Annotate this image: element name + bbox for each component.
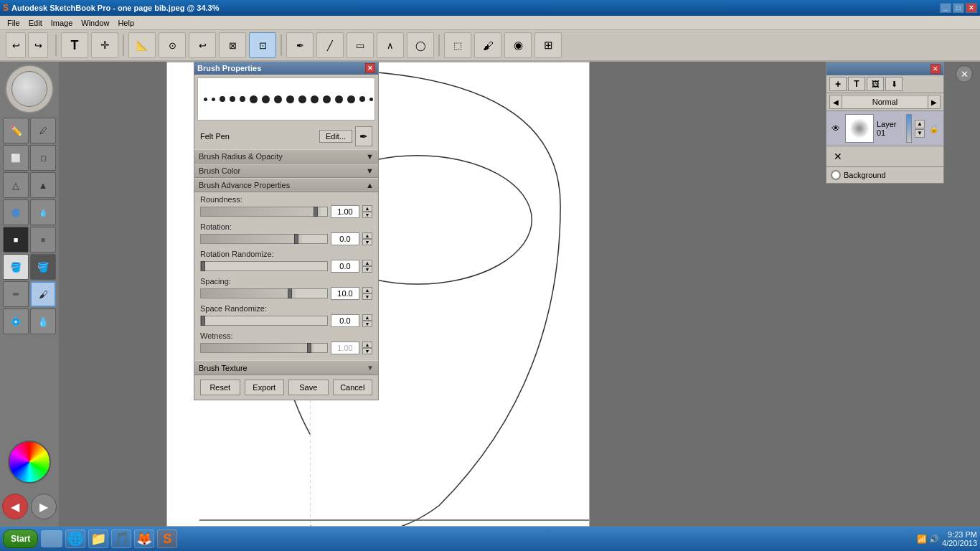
taskbar-explorer-icon[interactable]: 📁 [88, 529, 108, 548]
opacity-down-arrow[interactable]: ▼ [915, 129, 925, 138]
brush-radius-section-header[interactable]: Brush Radius & Opacity ▼ [194, 149, 378, 164]
sidebar-brush-soft-tool[interactable]: △ [3, 172, 29, 198]
circle-select-btn[interactable]: ⊙ [159, 32, 186, 58]
sidebar-pencil-tool[interactable]: ✏️ [3, 118, 29, 143]
brush-advance-section-header[interactable]: Brush Advance Properties ▲ [194, 178, 378, 192]
brush-color-section-header[interactable]: Brush Color ▼ [194, 164, 378, 178]
brush-icon-button[interactable]: ✒ [355, 126, 372, 146]
pen-btn[interactable]: ✒ [286, 32, 314, 58]
spacing-track[interactable] [200, 288, 328, 298]
cancel-button[interactable]: Cancel [333, 380, 373, 395]
edit-brush-button[interactable]: Edit... [319, 130, 352, 143]
undo-nav-btn[interactable]: ◀ [2, 494, 28, 519]
roundness-slider-track[interactable] [200, 207, 328, 217]
save-button[interactable]: Save [288, 380, 329, 395]
taskbar-firefox-icon[interactable]: 🦊 [134, 529, 154, 548]
space-randomize-thumb[interactable] [201, 316, 205, 326]
space-rand-down-arrow[interactable]: ▼ [362, 321, 372, 327]
layer-01-visibility-toggle[interactable]: 👁 [829, 122, 842, 135]
roundness-thumb[interactable] [314, 207, 318, 217]
redo-button[interactable]: ↪ [28, 32, 48, 58]
rotation-slider-track[interactable] [200, 234, 328, 244]
start-button[interactable]: Start [3, 529, 38, 548]
opacity-up-arrow[interactable]: ▲ [915, 120, 925, 128]
sidebar-active-tool[interactable]: 🖌 [30, 281, 56, 307]
layer-01-lock-button[interactable]: 🔒 [928, 122, 941, 135]
background-radio-button[interactable] [831, 170, 841, 180]
roundness-down-arrow[interactable]: ▼ [362, 212, 372, 218]
rotation-randomize-thumb[interactable] [201, 261, 205, 271]
undo-button[interactable]: ↩ [6, 32, 26, 58]
sidebar-brush-hard-tool[interactable]: ▲ [30, 172, 56, 198]
rotation-up-arrow[interactable]: ▲ [362, 232, 372, 239]
sidebar-fill-gray-tool[interactable]: ■ [30, 227, 56, 253]
spacing-up-arrow[interactable]: ▲ [362, 287, 372, 293]
titlebar-controls[interactable]: _ □ ✕ [940, 3, 977, 13]
brush-select-btn[interactable]: 🖌 [474, 32, 501, 58]
image-layer-button[interactable]: 🖼 [867, 77, 884, 91]
taskbar-media-icon[interactable]: 🎵 [111, 529, 131, 548]
transform-btn[interactable]: ⊡ [249, 32, 276, 58]
rotation-thumb[interactable] [294, 234, 298, 244]
spacing-value[interactable]: 10.0 [331, 287, 359, 300]
menu-window[interactable]: Window [77, 18, 113, 28]
spacing-thumb[interactable] [288, 288, 292, 298]
minimize-button[interactable]: _ [940, 3, 951, 13]
taskbar-sketchbook-icon[interactable]: S [157, 529, 177, 548]
rotation-randomize-value[interactable]: 0.0 [331, 260, 359, 273]
sidebar-tool-8b[interactable]: 💧 [30, 309, 56, 334]
close-button[interactable]: ✕ [966, 3, 977, 13]
text-layer-button[interactable]: T [848, 77, 865, 91]
move-tool-btn[interactable]: ✛ [91, 32, 118, 58]
rect-btn[interactable]: ▭ [347, 32, 374, 58]
reset-button[interactable]: Reset [200, 380, 240, 395]
roundness-up-arrow[interactable]: ▲ [362, 205, 372, 212]
export-button[interactable]: Export [245, 380, 285, 395]
wetness-value[interactable]: 1.00 [331, 342, 359, 354]
space-rand-up-arrow[interactable]: ▲ [362, 314, 372, 321]
spacing-down-arrow[interactable]: ▼ [362, 293, 372, 300]
curve-btn[interactable]: ↩ [189, 32, 216, 58]
color-wheel-btn[interactable]: ◉ [504, 32, 532, 58]
rot-rand-up-arrow[interactable]: ▲ [362, 260, 372, 266]
space-randomize-value[interactable]: 0.0 [331, 314, 359, 327]
measure-tool-btn[interactable]: 📐 [128, 32, 156, 58]
blend-mode-next-button[interactable]: ▶ [928, 95, 941, 109]
rotation-value[interactable]: 0.0 [331, 232, 359, 245]
taskbar-ie-icon[interactable]: 🌐 [65, 529, 85, 548]
wetness-up-arrow[interactable]: ▲ [362, 342, 372, 348]
sidebar-ink-pen-tool[interactable]: 🖊 [30, 118, 56, 143]
maximize-button[interactable]: □ [953, 3, 964, 13]
space-randomize-track[interactable] [200, 316, 328, 326]
brush-texture-section-header[interactable]: Brush Texture ▼ [194, 360, 378, 375]
wetness-track[interactable] [200, 343, 328, 353]
roundness-value[interactable]: 1.00 [331, 205, 359, 218]
brush-panel-close-button[interactable]: ✕ [365, 63, 375, 73]
rot-rand-down-arrow[interactable]: ▼ [362, 266, 372, 273]
rotation-down-arrow[interactable]: ▼ [362, 239, 372, 245]
text-tool-btn[interactable]: T [61, 32, 88, 58]
wetness-thumb[interactable] [307, 343, 311, 353]
sidebar-eraser-hard-tool[interactable]: ◻ [30, 145, 56, 171]
layer-opacity-bar[interactable] [906, 114, 912, 143]
layer-01-row[interactable]: 👁 Layer 01 ▲ ▼ 🔒 [826, 111, 943, 146]
redo-nav-btn[interactable]: ▶ [31, 494, 57, 519]
wave-btn[interactable]: ∧ [377, 32, 404, 58]
blend-mode-prev-button[interactable]: ◀ [829, 95, 842, 109]
sidebar-tool-8a[interactable]: 💠 [3, 309, 29, 334]
stamp-btn[interactable]: ⬚ [444, 32, 471, 58]
merge-layer-button[interactable]: ⬇ [885, 77, 903, 91]
sidebar-smudge-tool[interactable]: 🌀 [3, 199, 29, 225]
menu-edit[interactable]: Edit [24, 18, 47, 28]
menu-file[interactable]: File [3, 18, 24, 28]
canvas-area[interactable]: Brush Properties ✕ [59, 62, 980, 527]
sidebar-tool-7a[interactable]: ✏ [3, 281, 29, 307]
menu-help[interactable]: Help [113, 18, 138, 28]
menu-image[interactable]: Image [47, 18, 77, 28]
wetness-down-arrow[interactable]: ▼ [362, 348, 372, 354]
sidebar-bucket-dark-tool[interactable]: 🪣 [30, 254, 56, 280]
sidebar-eraser-soft-tool[interactable]: ⬜ [3, 145, 29, 171]
distort-btn[interactable]: ⊠ [219, 32, 246, 58]
blend-mode-label[interactable]: Normal [842, 95, 928, 109]
line-btn[interactable]: ╱ [316, 32, 344, 58]
